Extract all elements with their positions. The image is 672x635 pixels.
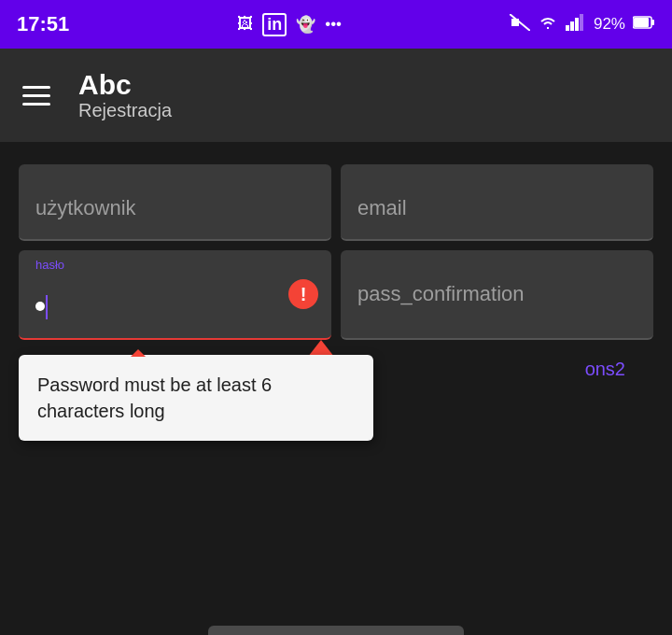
error-icon: ! xyxy=(288,279,318,309)
ghost-icon: 👻 xyxy=(296,15,315,35)
app-subtitle: Rejestracja xyxy=(78,100,172,121)
status-time: 17:51 xyxy=(17,12,69,36)
email-placeholder: email xyxy=(357,183,637,220)
svg-rect-6 xyxy=(634,18,649,27)
validation-tooltip: Password must be at least 6 characters l… xyxy=(19,355,373,441)
main-content: użytkownik email hasło ! pass_confirmati… xyxy=(0,142,672,461)
wifi-icon xyxy=(538,14,558,35)
linkedin-icon: in xyxy=(262,13,287,36)
link-text[interactable]: ons2 xyxy=(585,359,625,379)
svg-rect-7 xyxy=(651,20,654,25)
password-field[interactable]: hasło ! xyxy=(19,250,331,340)
svg-rect-1 xyxy=(566,25,569,31)
app-title-group: Abc Rejestracja xyxy=(78,69,172,121)
username-field[interactable]: użytkownik xyxy=(19,164,331,241)
pass-confirmation-placeholder: pass_confirmation xyxy=(357,269,637,306)
form-grid: użytkownik email hasło ! pass_confirmati… xyxy=(19,164,653,340)
svg-rect-3 xyxy=(575,18,579,31)
svg-rect-4 xyxy=(580,14,583,31)
password-dot xyxy=(35,302,45,311)
svg-rect-2 xyxy=(570,21,574,31)
link-area[interactable]: ons2 xyxy=(585,359,625,380)
email-field[interactable]: email xyxy=(341,164,653,241)
pass-confirmation-field[interactable]: pass_confirmation xyxy=(341,250,653,340)
image-icon: 🖼 xyxy=(237,15,253,34)
battery-percent: 92% xyxy=(594,15,625,34)
password-label: hasło xyxy=(35,258,64,272)
cursor xyxy=(46,295,48,319)
tooltip-area: Password must be at least 6 characters l… xyxy=(19,340,653,461)
battery-icon xyxy=(633,15,655,34)
signal-icon xyxy=(566,14,586,35)
mute-icon xyxy=(510,14,530,35)
app-title: Abc xyxy=(78,69,172,100)
status-right-icons: 92% xyxy=(510,14,655,35)
status-center-icons: 🖼 in 👻 ••• xyxy=(237,13,342,36)
status-bar: 17:51 🖼 in 👻 ••• xyxy=(0,0,672,49)
register-button[interactable]: REJESTRACJA xyxy=(208,626,464,635)
dots-icon: ••• xyxy=(325,15,342,34)
bottom-section: REJESTRACJA xyxy=(0,592,672,635)
hamburger-menu[interactable] xyxy=(22,86,50,106)
username-placeholder: użytkownik xyxy=(35,183,315,220)
tooltip-message: Password must be at least 6 characters l… xyxy=(37,374,272,421)
app-bar: Abc Rejestracja xyxy=(0,49,672,142)
